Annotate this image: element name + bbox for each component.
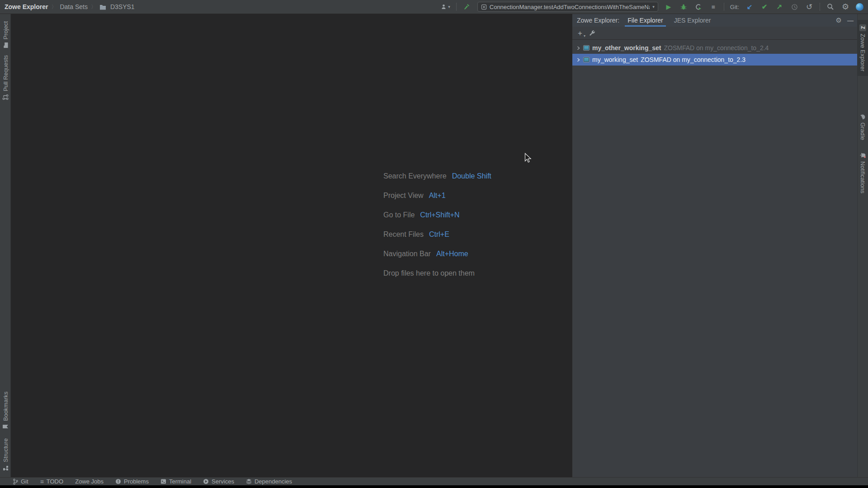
person-icon	[441, 4, 447, 10]
sidebar-item-pull-requests[interactable]: Pull Requests	[0, 52, 11, 103]
caret-down-icon: ▾	[448, 5, 450, 9]
chevron-right-icon[interactable]	[576, 46, 580, 50]
folder-icon	[3, 42, 8, 48]
panel-settings-gear-icon[interactable]: ⚙	[836, 16, 842, 24]
stop-button: ■	[709, 2, 718, 11]
working-set-name: my_working_set	[592, 56, 638, 63]
zowe-explorer-panel: Zowe Explorer: File Explorer JES Explore…	[572, 14, 857, 477]
tab-file-explorer[interactable]: File Explorer	[627, 14, 663, 27]
gradle-elephant-icon	[860, 113, 866, 120]
panel-toolbar: + ▾	[572, 27, 857, 40]
sidebar-item-project[interactable]: Project	[0, 19, 11, 51]
dependencies-layers-icon	[246, 479, 252, 484]
terminal-icon	[160, 479, 166, 484]
keyboard-hints: Search Everywhere Double Shift Project V…	[383, 172, 491, 277]
sidebar-item-bookmarks[interactable]: Bookmarks	[0, 389, 11, 432]
add-button[interactable]: + ▾	[578, 29, 582, 37]
stripe-label: Project	[2, 21, 9, 39]
tree-row-my-other-working-set[interactable]: my_other_working_set ZOSMFAD on my_conne…	[572, 42, 857, 54]
run-configuration-name: ConnectionManager.testAddTwoConnectionsW…	[490, 4, 650, 10]
statusbar-item-zowe-jobs[interactable]: Zowe Jobs	[75, 478, 104, 485]
bottom-black-strip	[0, 485, 868, 488]
run-config-icon	[481, 4, 487, 10]
statusbar-label: Terminal	[169, 478, 191, 485]
run-button[interactable]: ▶	[664, 2, 673, 11]
profile-button[interactable]: ▾	[441, 2, 450, 11]
editor-empty-area: Search Everywhere Double Shift Project V…	[11, 14, 572, 477]
git-commit-check-icon[interactable]: ✔	[760, 2, 769, 11]
sidebar-item-zowe-explorer[interactable]: Z Zowe Explorer	[858, 20, 868, 76]
git-push-icon[interactable]: ↗	[775, 2, 784, 11]
caret-down-icon: ▾	[584, 34, 585, 38]
hint-shortcut: Ctrl+Shift+N	[420, 211, 459, 219]
drop-files-hint: Drop files here to open them	[383, 269, 491, 277]
chevron-right-icon[interactable]	[576, 58, 580, 62]
hint-label: Project View	[383, 192, 424, 200]
run-with-coverage-button[interactable]	[694, 2, 703, 11]
stripe-label: Pull Requests	[2, 55, 9, 91]
breadcrumb-item-d3sys1[interactable]: D3SYS1	[110, 3, 135, 10]
bell-icon	[860, 152, 867, 159]
breadcrumb: Zowe Explorer 〉 Data Sets 〉 D3SYS1	[5, 3, 135, 11]
folder-icon	[99, 4, 106, 10]
tab-jes-explorer[interactable]: JES Explorer	[674, 14, 711, 27]
caret-down-icon: ▾	[652, 5, 655, 9]
working-set-icon	[583, 45, 590, 51]
problems-icon	[115, 479, 121, 484]
top-toolbar: Zowe Explorer 〉 Data Sets 〉 D3SYS1 ▾ Con…	[0, 0, 868, 14]
zowe-logo-icon: Z	[860, 24, 867, 31]
panel-hide-icon[interactable]: —	[847, 17, 854, 24]
sidebar-item-structure[interactable]: Structure	[0, 434, 11, 475]
left-tool-stripe: Project Pull Requests Bookmarks Structur…	[0, 14, 11, 477]
git-branch-icon	[13, 479, 18, 485]
git-update-icon[interactable]: ↙	[745, 2, 754, 11]
statusbar-label: Git	[21, 478, 28, 485]
sidebar-item-gradle[interactable]: Gradle	[858, 111, 868, 142]
search-icon[interactable]	[826, 2, 835, 11]
statusbar-item-problems[interactable]: Problems	[115, 478, 149, 485]
edit-wrench-icon[interactable]	[589, 30, 595, 37]
working-set-icon	[583, 57, 590, 62]
working-set-detail: ZOSMFAD on my_connection_to_2.4	[664, 44, 769, 52]
statusbar-item-terminal[interactable]: Terminal	[160, 478, 191, 485]
services-icon	[203, 479, 209, 484]
working-set-detail: ZOSMFAD on my_connection_to_2.3	[641, 56, 745, 63]
stripe-label: Bookmarks	[2, 391, 9, 421]
structure-icon	[3, 465, 9, 471]
toolbar-divider	[724, 3, 724, 11]
debug-button[interactable]	[679, 2, 688, 11]
settings-gear-icon[interactable]: ⚙	[841, 2, 850, 11]
toolbar-divider	[456, 3, 457, 11]
git-group-label: Git:	[730, 4, 739, 10]
rollback-icon[interactable]: ↺	[805, 2, 814, 11]
tree-row-my-working-set[interactable]: my_working_set ZOSMFAD on my_connection_…	[572, 54, 857, 66]
run-configuration-select[interactable]: ConnectionManager.testAddTwoConnectionsW…	[477, 2, 658, 12]
statusbar-item-todo[interactable]: ≡ TODO	[40, 478, 64, 485]
sidebar-item-notifications[interactable]: Notifications	[858, 148, 868, 197]
breadcrumb-item-zowe-explorer[interactable]: Zowe Explorer	[5, 3, 48, 10]
breadcrumb-item-data-sets[interactable]: Data Sets	[60, 3, 87, 10]
stripe-label: Zowe Explorer	[860, 34, 867, 72]
hint-label: Navigation Bar	[383, 250, 431, 258]
ide-globe-icon[interactable]	[856, 3, 863, 11]
hint-shortcut: Double Shift	[452, 172, 491, 180]
plus-icon: +	[578, 29, 582, 38]
build-hammer-icon[interactable]	[462, 2, 472, 11]
hint-shortcut: Ctrl+E	[429, 230, 449, 239]
toolbar-divider	[820, 3, 820, 11]
status-bar: Git ≡ TODO Zowe Jobs Problems Terminal S…	[0, 477, 868, 485]
statusbar-item-dependencies[interactable]: Dependencies	[246, 478, 292, 485]
stripe-label: Gradle	[860, 122, 867, 140]
statusbar-item-services[interactable]: Services	[203, 478, 234, 485]
breadcrumb-separator: 〉	[51, 3, 57, 11]
panel-title[interactable]: Zowe Explorer:	[577, 17, 619, 24]
statusbar-label: Dependencies	[255, 478, 292, 485]
working-sets-tree: my_other_working_set ZOSMFAD on my_conne…	[572, 40, 857, 66]
bookmark-icon	[2, 424, 9, 429]
hint-shortcut: Alt+Home	[436, 250, 468, 258]
statusbar-label: Problems	[124, 478, 149, 485]
statusbar-label: Zowe Jobs	[75, 478, 104, 485]
panel-header: Zowe Explorer: File Explorer JES Explore…	[572, 14, 857, 27]
hint-label: Search Everywhere	[383, 172, 447, 180]
statusbar-item-git[interactable]: Git	[13, 478, 28, 485]
